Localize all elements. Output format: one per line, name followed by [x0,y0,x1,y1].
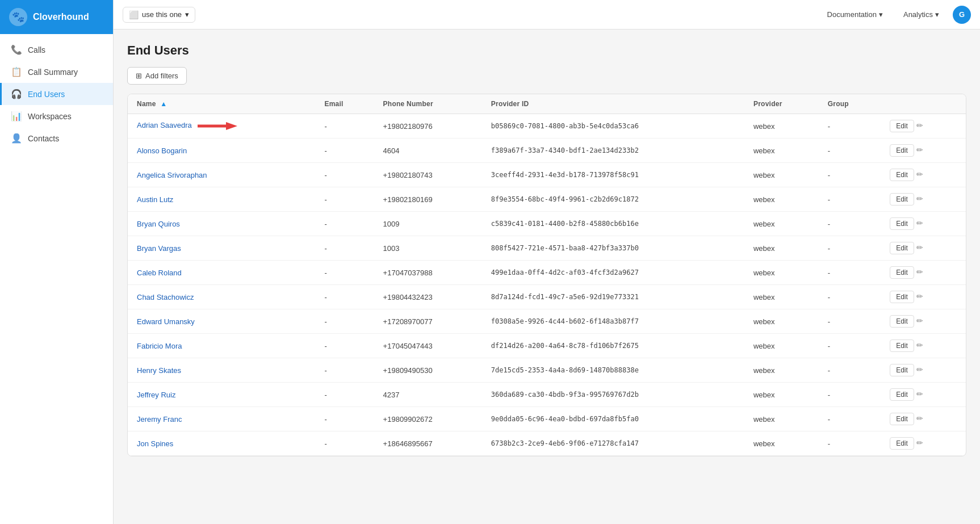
arrow-svg [198,120,237,132]
user-provider-cell: webex [744,309,819,334]
user-provider-id-cell: df214d26-a200-4a64-8c78-fd106b7f2675 [482,334,744,358]
table-row: Alonso Bogarin-4604f389a67f-33a7-4340-bd… [128,139,966,163]
pencil-icon-button[interactable]: ✏ [914,315,925,326]
topbar: ⬜ use this one ▾ Documentation ▾ Analyti… [114,0,980,30]
user-email-cell: - [315,139,374,163]
sidebar-logo[interactable]: 🐾 Cloverhound [0,0,113,34]
user-phone-cell: 4237 [374,383,482,407]
user-name-cell[interactable]: Caleb Roland [128,261,315,285]
edit-button[interactable]: Edit [890,242,914,254]
pencil-icon-button[interactable]: ✏ [914,193,925,204]
add-filter-button[interactable]: ⊞ Add filters [127,67,187,85]
edit-button[interactable]: Edit [890,120,914,132]
user-group-cell: - [819,358,881,383]
user-name: Bryan Vargas [137,244,181,253]
user-group-cell: - [819,407,881,431]
user-name: Jeremy Franc [137,415,182,424]
pencil-icon-button[interactable]: ✏ [914,242,925,253]
user-name: Fabricio Mora [137,342,182,350]
pencil-icon-button[interactable]: ✏ [914,437,925,448]
chevron-down-icon: ▾ [879,10,883,19]
edit-button[interactable]: Edit [890,413,914,425]
pencil-icon-button[interactable]: ✏ [914,413,925,424]
edit-button[interactable]: Edit [890,144,914,157]
sidebar-nav: 📞 Calls 📋 Call Summary 🎧 End Users 📊 Wor… [0,34,113,154]
user-provider-cell: webex [744,187,819,212]
sidebar-item-contacts-label: Contacts [28,134,59,143]
user-name-cell[interactable]: Alonso Bogarin [128,139,315,163]
edit-button[interactable]: Edit [890,315,914,328]
pencil-icon-button[interactable]: ✏ [914,169,925,180]
logo-text: Cloverhound [33,12,89,22]
table-row: Edward Umansky-+17208970077f0308a5e-9926… [128,309,966,334]
documentation-button[interactable]: Documentation ▾ [820,7,890,22]
user-provider-id-cell: 808f5427-721e-4571-baa8-427bf3a337b0 [482,236,744,261]
col-phone-label: Phone Number [383,100,433,108]
user-name-cell[interactable]: Bryan Quiros [128,212,315,236]
workspace-icon: ⬜ [129,10,139,19]
table-row: Caleb Roland-+17047037988499e1daa-0ff4-4… [128,261,966,285]
pencil-icon-button[interactable]: ✏ [914,217,925,229]
user-name-cell[interactable]: Austin Lutz [128,187,315,212]
edit-button[interactable]: Edit [890,437,914,450]
add-filter-label: Add filters [145,72,178,80]
analytics-button[interactable]: Analytics ▾ [897,7,946,22]
pencil-icon-button[interactable]: ✏ [914,120,925,131]
user-provider-cell: webex [744,407,819,431]
user-provider-cell: webex [744,212,819,236]
pencil-icon-button[interactable]: ✏ [914,339,925,351]
sidebar-item-calls[interactable]: 📞 Calls [0,39,113,61]
user-provider-id-cell: c5839c41-0181-4400-b2f8-45880cb6b16e [482,212,744,236]
col-name[interactable]: Name ▲ [128,94,315,114]
sidebar-item-call-summary[interactable]: 📋 Call Summary [0,61,113,83]
user-phone-cell: +19802180976 [374,114,482,139]
user-name-cell[interactable]: Adrian Saavedra [128,114,315,139]
user-name: Adrian Saavedra [137,121,192,129]
user-actions-cell: Edit✏ [881,285,966,309]
edit-button[interactable]: Edit [890,364,914,376]
sidebar-item-end-users[interactable]: 🎧 End Users [0,83,113,105]
user-phone-cell: +19809902672 [374,407,482,431]
user-name-cell[interactable]: Bryan Vargas [128,236,315,261]
user-name-cell[interactable]: Jeremy Franc [128,407,315,431]
avatar[interactable]: G [953,6,971,24]
edit-button[interactable]: Edit [890,388,914,401]
pencil-icon-button[interactable]: ✏ [914,388,925,400]
user-name-cell[interactable]: Angelica Srivoraphan [128,163,315,187]
user-name-cell[interactable]: Chad Stachowicz [128,285,315,309]
edit-button[interactable]: Edit [890,339,914,352]
sidebar-item-contacts[interactable]: 👤 Contacts [0,127,113,149]
user-email-cell: - [315,383,374,407]
user-name-cell[interactable]: Jon Spines [128,431,315,456]
user-provider-cell: webex [744,163,819,187]
pencil-icon-button[interactable]: ✏ [914,364,925,375]
sidebar-item-end-users-label: End Users [28,90,65,99]
user-group-cell: - [819,431,881,456]
edit-button[interactable]: Edit [890,169,914,181]
edit-button[interactable]: Edit [890,217,914,230]
user-actions-cell: Edit✏ [881,187,966,212]
user-provider-id-cell: f0308a5e-9926-4c44-b602-6f148a3b87f7 [482,309,744,334]
contacts-icon: 👤 [11,133,22,144]
edit-button[interactable]: Edit [890,266,914,279]
user-name-cell[interactable]: Edward Umansky [128,309,315,334]
user-email-cell: - [315,236,374,261]
user-email-cell: - [315,334,374,358]
main-content: ⬜ use this one ▾ Documentation ▾ Analyti… [114,0,980,524]
user-email-cell: - [315,285,374,309]
end-users-table-container: Name ▲ Email Phone Number Provider ID [127,94,966,456]
pencil-icon-button[interactable]: ✏ [914,144,925,156]
sidebar-item-workspaces[interactable]: 📊 Workspaces [0,105,113,127]
user-phone-cell: +19802180743 [374,163,482,187]
edit-button[interactable]: Edit [890,291,914,303]
pencil-icon-button[interactable]: ✏ [914,291,925,302]
user-name-cell[interactable]: Jeffrey Ruiz [128,383,315,407]
pencil-icon-button[interactable]: ✏ [914,266,925,278]
edit-button[interactable]: Edit [890,193,914,206]
col-provider-label: Provider [753,100,782,108]
chevron-down-icon: ▾ [935,10,939,19]
user-name-cell[interactable]: Henry Skates [128,358,315,383]
workspace-selector[interactable]: ⬜ use this one ▾ [123,7,195,23]
user-name-cell[interactable]: Fabricio Mora [128,334,315,358]
user-actions-cell: Edit✏ [881,309,966,334]
